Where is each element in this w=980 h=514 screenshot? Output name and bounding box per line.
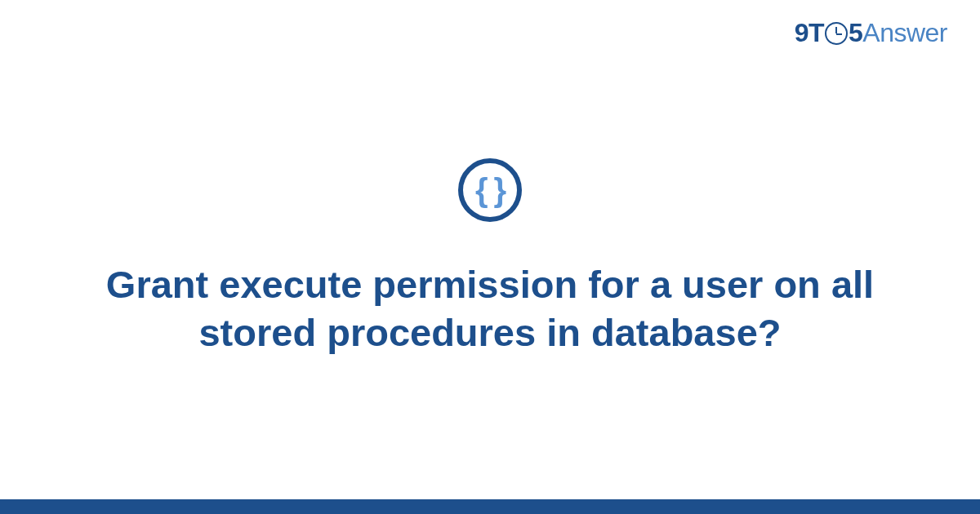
question-title: Grant execute permission for a user on a… xyxy=(90,261,890,357)
category-icon-wrap: { } xyxy=(458,158,522,222)
footer-accent-bar xyxy=(0,499,980,514)
main-content: { } Grant execute permission for a user … xyxy=(0,0,980,499)
code-braces-icon: { } xyxy=(458,158,522,222)
